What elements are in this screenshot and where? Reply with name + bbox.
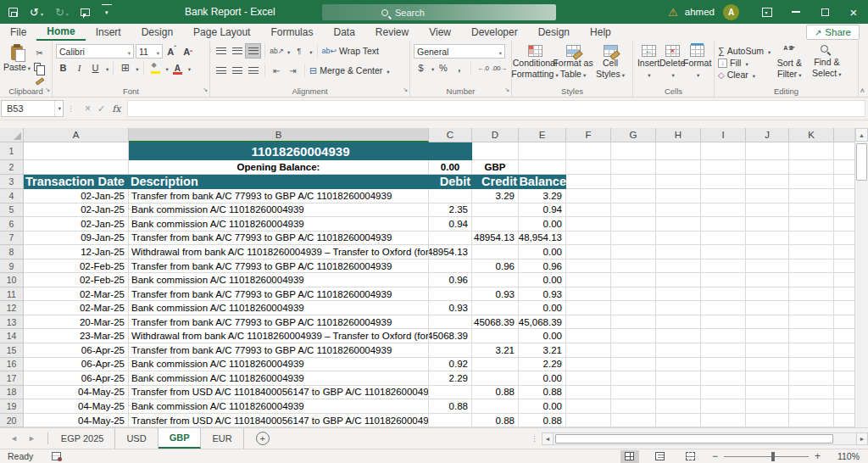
cell[interactable] <box>611 386 656 400</box>
formula-bar-splitter[interactable]: ⋮ <box>67 104 75 113</box>
zoom-slider-thumb[interactable] <box>771 452 775 461</box>
conditional-formatting-button[interactable]: Conditional Formatting <box>515 44 554 81</box>
cell[interactable] <box>834 287 854 302</box>
cell-balance[interactable]: 0.00 <box>519 245 566 259</box>
cell[interactable] <box>834 259 854 274</box>
cell-balance[interactable]: 0.88 <box>519 414 566 427</box>
row-number[interactable]: 8 <box>0 245 24 259</box>
cell-credit[interactable] <box>472 301 519 315</box>
cell-credit[interactable]: 0.96 <box>472 259 519 274</box>
column-header-partial[interactable] <box>834 128 854 142</box>
cell-description[interactable]: Transfer from bank A/C 77993 to GBP A/C … <box>129 189 429 204</box>
cell[interactable] <box>566 217 611 232</box>
cell[interactable] <box>701 315 746 330</box>
text-direction-button[interactable]: ¶ <box>292 44 306 58</box>
percent-style-button[interactable]: % <box>436 61 450 75</box>
cell[interactable] <box>656 189 701 204</box>
cell-description[interactable]: Transfer from bank A/C 77993 to GBP A/C … <box>129 315 429 330</box>
cell[interactable] <box>746 343 789 358</box>
cell[interactable] <box>834 399 854 414</box>
cell-credit[interactable]: 3.29 <box>472 189 519 204</box>
tab-design[interactable]: Design <box>528 24 580 41</box>
cell[interactable] <box>611 204 656 218</box>
sheet-tab-eur[interactable]: EUR <box>201 428 243 449</box>
cell[interactable] <box>566 329 611 343</box>
cell-debit[interactable] <box>429 414 472 427</box>
cell-balance[interactable]: 0.00 <box>519 217 566 232</box>
fill-button[interactable]: ↓Fill <box>718 58 771 68</box>
underline-button[interactable]: U <box>88 61 103 75</box>
row-number[interactable]: 1 <box>0 142 24 160</box>
banner-button[interactable] <box>81 8 90 16</box>
row-number[interactable]: 13 <box>0 315 24 330</box>
cell[interactable] <box>746 142 789 160</box>
cell-balance[interactable]: 0.94 <box>519 204 566 218</box>
cell-description[interactable]: Bank commission A/C 11018260004939 <box>129 371 429 386</box>
cell[interactable] <box>789 273 834 287</box>
cell[interactable] <box>834 386 854 400</box>
opening-balance-value-cell[interactable]: 0.00 <box>429 160 472 175</box>
cell[interactable] <box>746 386 789 400</box>
cell[interactable] <box>834 189 854 204</box>
cell-credit[interactable] <box>472 399 519 414</box>
cell-description[interactable]: Transfer from bank A/C 77993 to GBP A/C … <box>129 343 429 358</box>
comma-style-button[interactable]: , <box>452 61 466 75</box>
avatar[interactable]: A <box>723 4 739 20</box>
cell-description[interactable]: Bank commission A/C 11018260004939 <box>129 217 429 232</box>
cell[interactable] <box>789 175 834 189</box>
cell-date[interactable]: 09-Jan-25 <box>24 232 129 246</box>
cell[interactable] <box>656 142 701 160</box>
cell[interactable] <box>566 204 611 218</box>
cell[interactable] <box>701 142 746 160</box>
cell[interactable] <box>611 329 656 343</box>
cell[interactable] <box>566 414 611 427</box>
cell[interactable] <box>472 142 519 160</box>
cell[interactable] <box>611 217 656 232</box>
cell-balance[interactable]: 0.00 <box>519 329 566 343</box>
cell-credit[interactable] <box>472 204 519 218</box>
row-number[interactable]: 18 <box>0 386 24 400</box>
cell[interactable] <box>834 414 854 427</box>
accounting-format-button[interactable]: $ <box>414 61 428 75</box>
cell[interactable] <box>701 414 746 427</box>
cell[interactable] <box>701 386 746 400</box>
cell-balance[interactable]: 3.29 <box>519 189 566 204</box>
cell[interactable] <box>834 204 854 218</box>
cell[interactable] <box>834 301 854 315</box>
column-header-K[interactable]: K <box>789 128 834 142</box>
cell[interactable] <box>656 245 701 259</box>
merge-center-button[interactable]: ⊟Merge & Center <box>309 65 390 76</box>
decrease-decimal-button[interactable]: .00→ <box>492 61 506 75</box>
insert-function-button[interactable]: fx <box>112 103 120 114</box>
row-number[interactable]: 14 <box>0 329 24 343</box>
tab-home[interactable]: Home <box>36 24 85 41</box>
normal-view-button[interactable] <box>620 450 639 463</box>
opening-balance-label-cell[interactable]: Opening Balance: <box>129 160 429 175</box>
cell[interactable] <box>519 160 566 175</box>
cell-credit[interactable] <box>472 329 519 343</box>
insert-cells-button[interactable]: ← Insert <box>637 44 660 80</box>
cell-date[interactable]: 04-May-25 <box>24 414 129 427</box>
cell[interactable] <box>611 189 656 204</box>
cell[interactable] <box>566 259 611 274</box>
tab-developer[interactable]: Developer <box>461 24 528 41</box>
cell-date[interactable]: 04-May-25 <box>24 386 129 400</box>
cell[interactable] <box>656 343 701 358</box>
cell-date[interactable]: 06-Apr-25 <box>24 358 129 372</box>
cell[interactable] <box>789 358 834 372</box>
column-header-F[interactable]: F <box>566 128 611 142</box>
cell[interactable] <box>746 259 789 274</box>
cell[interactable] <box>834 358 854 372</box>
paste-button[interactable]: Paste <box>3 44 31 72</box>
cell[interactable] <box>611 399 656 414</box>
cell[interactable] <box>566 189 611 204</box>
cell[interactable] <box>24 160 129 175</box>
wrap-text-button[interactable]: ab↩Wrap Text <box>322 46 379 56</box>
cell[interactable] <box>566 232 611 246</box>
cell[interactable] <box>611 343 656 358</box>
zoom-slider[interactable] <box>724 456 809 457</box>
cell-credit[interactable]: 48954.13 <box>472 232 519 246</box>
redo-button[interactable]: ↻ <box>55 4 69 20</box>
cell[interactable] <box>701 259 746 274</box>
cell[interactable] <box>789 189 834 204</box>
